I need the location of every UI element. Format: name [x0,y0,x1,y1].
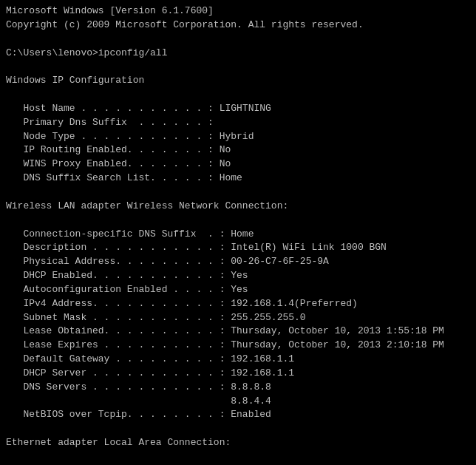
terminal-output: Microsoft Windows [Version 6.1.7600] Cop… [6,4,470,465]
